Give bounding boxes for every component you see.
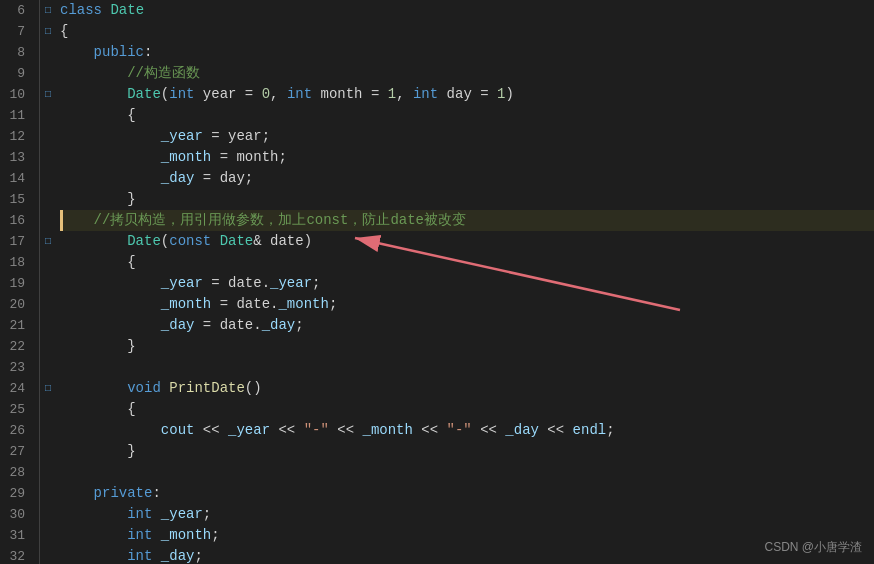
code-line: public: [60,42,874,63]
token-kw: public [94,44,144,60]
token-punct: { [60,23,68,39]
watermark: CSDN @小唐学渣 [764,539,862,556]
line-number: 19 [0,273,31,294]
token-punct: ; [295,317,303,333]
token-op: << [472,422,506,438]
code-line: } [60,441,874,462]
token-op: << [270,422,304,438]
code-line [60,357,874,378]
token-punct: ; [194,548,202,564]
token-var: _day [161,170,195,186]
code-line: Date(const Date& date) [60,231,874,252]
token-plain: = date. [194,317,261,333]
code-line [60,462,874,483]
fold-indicator[interactable] [40,420,56,441]
fold-indicator[interactable] [40,336,56,357]
fold-indicator[interactable] [40,126,56,147]
line-number: 16 [0,210,31,231]
line-number: 22 [0,336,31,357]
code-line: } [60,189,874,210]
token-plain [211,233,219,249]
code-line: { [60,252,874,273]
code-line: cout << _year << "-" << _month << "-" <<… [60,420,874,441]
code-line: Date(int year = 0, int month = 1, int da… [60,84,874,105]
token-var: _year [161,506,203,522]
fold-indicator[interactable]: □ [40,378,56,399]
fold-indicator[interactable] [40,294,56,315]
code-line: _month = date._month; [60,294,874,315]
fold-indicator[interactable]: □ [40,0,56,21]
token-var: _day [505,422,539,438]
code-line: _day = day; [60,168,874,189]
line-number: 30 [0,504,31,525]
code-line: int _year; [60,504,874,525]
token-var: _year [161,128,203,144]
fold-indicator[interactable] [40,504,56,525]
fold-indicator[interactable] [40,483,56,504]
fold-indicator[interactable] [40,315,56,336]
token-kw: const [169,233,211,249]
token-var: _year [228,422,270,438]
fold-indicator[interactable]: □ [40,84,56,105]
fold-indicator[interactable]: □ [40,231,56,252]
fold-indicator[interactable] [40,441,56,462]
token-punct: ; [203,506,211,522]
fold-indicator[interactable] [40,546,56,564]
token-plain: = day; [194,170,253,186]
token-kw: void [127,380,161,396]
fold-indicator[interactable] [40,525,56,546]
token-kw-type: Date [127,233,161,249]
fold-indicator[interactable] [40,168,56,189]
token-plain [152,548,160,564]
token-op: << [194,422,228,438]
token-kw-type: Date [127,86,161,102]
token-punct: ; [211,527,219,543]
token-var: _year [161,275,203,291]
fold-indicator[interactable] [40,42,56,63]
token-plain: year = [194,86,261,102]
token-plain: = date. [211,296,278,312]
token-kw: int [169,86,194,102]
token-var: _year [270,275,312,291]
token-plain [152,506,160,522]
line-number: 7 [0,21,31,42]
token-kw-type: Date [220,233,254,249]
code-editor: 6789101112131415161718192021222324252627… [0,0,874,564]
fold-indicator[interactable] [40,273,56,294]
fold-indicator[interactable]: □ [40,21,56,42]
token-num: 0 [262,86,270,102]
fold-indicator[interactable] [40,189,56,210]
code-line: int _month; [60,525,874,546]
token-punct: : [144,44,152,60]
fold-indicator[interactable] [40,252,56,273]
token-var: _day [262,317,296,333]
line-number: 32 [0,546,31,564]
line-number: 9 [0,63,31,84]
token-plain: = date. [203,275,270,291]
code-line: { [60,105,874,126]
fold-indicator[interactable] [40,63,56,84]
line-number: 11 [0,105,31,126]
token-punct: } [127,443,135,459]
token-func: PrintDate [169,380,245,396]
token-op: << [413,422,447,438]
fold-indicator[interactable] [40,357,56,378]
fold-indicator[interactable] [40,462,56,483]
token-var: _day [161,317,195,333]
line-number: 13 [0,147,31,168]
fold-indicator[interactable] [40,147,56,168]
code-line: _year = year; [60,126,874,147]
line-number: 26 [0,420,31,441]
fold-indicator[interactable] [40,399,56,420]
fold-indicator[interactable] [40,105,56,126]
token-punct: ( [161,86,169,102]
token-op: << [329,422,363,438]
line-number: 10 [0,84,31,105]
token-var: _month [363,422,413,438]
token-kw-type: Date [110,2,144,18]
line-number: 31 [0,525,31,546]
line-accent [60,210,63,231]
token-plain: = year; [203,128,270,144]
code-line: //构造函数 [60,63,874,84]
fold-indicator[interactable] [40,210,56,231]
